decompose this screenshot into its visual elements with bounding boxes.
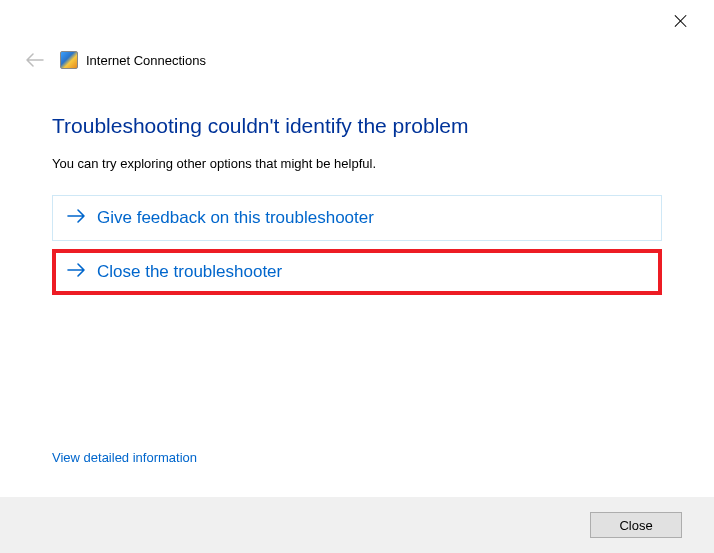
feedback-label: Give feedback on this troubleshooter [97, 208, 374, 228]
arrow-right-icon [67, 262, 87, 282]
page-subtext: You can try exploring other options that… [52, 156, 662, 171]
content-area: Troubleshooting couldn't identify the pr… [0, 72, 714, 295]
back-arrow-icon [24, 49, 46, 71]
feedback-option[interactable]: Give feedback on this troubleshooter [52, 195, 662, 241]
close-button[interactable]: Close [590, 512, 682, 538]
window-title: Internet Connections [86, 53, 206, 68]
troubleshooter-icon [60, 51, 78, 69]
close-troubleshooter-option[interactable]: Close the troubleshooter [52, 249, 662, 295]
close-troubleshooter-label: Close the troubleshooter [97, 262, 282, 282]
close-icon[interactable] [674, 14, 688, 28]
page-heading: Troubleshooting couldn't identify the pr… [52, 114, 662, 138]
header: Internet Connections [0, 0, 714, 72]
view-detailed-link[interactable]: View detailed information [52, 450, 197, 465]
footer: Close [0, 497, 714, 553]
arrow-right-icon [67, 208, 87, 228]
